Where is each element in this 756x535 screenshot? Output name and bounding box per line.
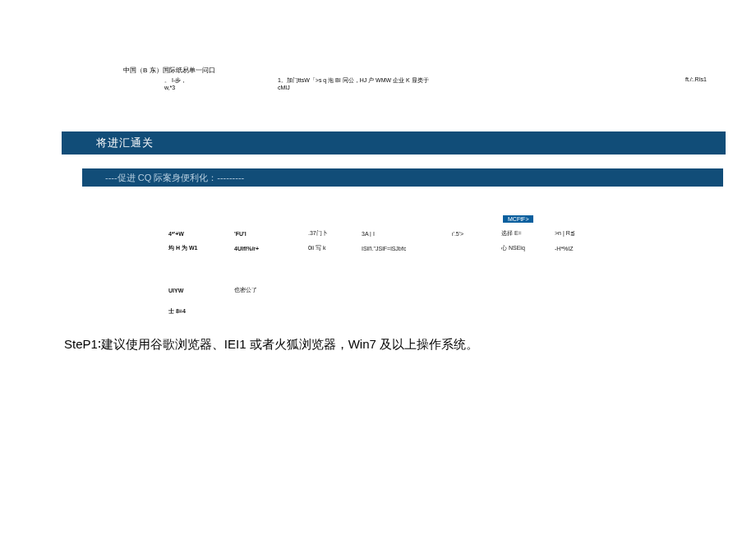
main-banner: 将进汇通关 <box>62 131 726 155</box>
header-title: 中国（B 东）国际纸易单一问口 <box>123 66 707 75</box>
header-sub-2: 1。加门ttsW「>s q 泡 BI 同公，HJ 户 WMW 企业 K 显类于c… <box>278 76 431 90</box>
cell: ISll'l."JSlF=lSJbfc <box>362 246 452 251</box>
cell: 0ii 写 k <box>308 244 362 252</box>
cell: 4Ulfl%/r+ <box>234 246 308 251</box>
cell: 4*'+W <box>168 231 234 237</box>
small-grid: UIYW 也密公了 士 8=4 <box>168 284 300 318</box>
data-grid: 4*'+W 'FU'l .37门卜 3A | I ι'.5'> 选择 E= >n… <box>168 226 604 256</box>
small-row: 士 8=4 <box>168 305 300 318</box>
tag-badge: MCFtF> <box>503 215 533 223</box>
cell: .37门卜 <box>308 229 362 238</box>
cell: 心 NSEiq <box>501 244 555 252</box>
step-text: SteP1∶建议使用谷歌浏览器、IEI1 或者火狐浏览器，Win7 及以上操作系… <box>64 337 478 351</box>
cell: 也密公了 <box>234 286 300 294</box>
header-sub-1: 。 I-步，w,*3 <box>164 76 196 90</box>
cell: -H*%IZ <box>555 246 604 251</box>
header-subline: 。 I-步，w,*3 1。加门ttsW「>s q 泡 BI 同公，HJ 户 WM… <box>123 76 707 90</box>
step-instruction: SteP1∶建议使用谷歌浏览器、IEI1 或者火狐浏览器，Win7 及以上操作系… <box>64 337 478 353</box>
header-sub-3: ft./:.RIs1 <box>685 76 707 90</box>
cell: 选择 E= <box>501 229 555 238</box>
cell: UIYW <box>168 288 234 293</box>
page-header: 中国（B 东）国际纸易单一问口 。 I-步，w,*3 1。加门ttsW「>s q… <box>123 66 707 90</box>
cell: 均 H 为 W1 <box>168 244 234 252</box>
sub-banner: ----促进 CQ 际案身便利化：--------- <box>82 168 723 187</box>
grid-row: 均 H 为 W1 4Ulfl%/r+ 0ii 写 k ISll'l."JSlF=… <box>168 241 604 256</box>
cell: 3A | I <box>362 231 452 237</box>
cell: >n | R⪅ <box>555 230 604 237</box>
small-row: UIYW 也密公了 <box>168 284 300 297</box>
cell: 'FU'l <box>234 231 308 237</box>
grid-row: 4*'+W 'FU'l .37门卜 3A | I ι'.5'> 选择 E= >n… <box>168 226 604 241</box>
cell: ι'.5'> <box>452 231 501 237</box>
cell: 士 8=4 <box>168 307 234 316</box>
